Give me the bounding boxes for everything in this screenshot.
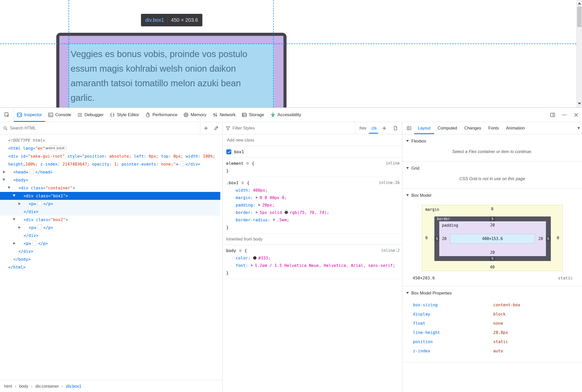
markup-row[interactable]: <p>…</p> [0, 200, 220, 208]
markup-row[interactable]: <html lang="en">eventscroll [0, 144, 220, 152]
selector-highlighter-icon[interactable] [246, 161, 249, 165]
grid-section-header[interactable]: Grid [402, 161, 582, 175]
scrollbar-thumb[interactable] [577, 7, 581, 27]
rule-selector[interactable]: element [226, 160, 243, 167]
rule-source-link[interactable]: inline:16 [379, 179, 402, 187]
rule-source-link[interactable]: inline:2 [381, 247, 402, 254]
breadcrumb-item[interactable]: div.box1 [65, 383, 82, 389]
box-model-property-row[interactable]: z-indexauto [402, 346, 582, 355]
devtools-tab-accessibility[interactable]: Accessibility [267, 108, 304, 122]
markup-row[interactable]: </body> [0, 255, 220, 263]
color-swatch[interactable] [284, 211, 288, 214]
border-top-value[interactable]: 5 [490, 216, 495, 221]
add-class-input[interactable] [227, 138, 398, 143]
sidebar-tab-layout[interactable]: Layout [414, 122, 434, 134]
margin-bottom-value[interactable]: 40 [422, 265, 563, 269]
margin-left-value[interactable]: 0 [425, 236, 428, 240]
expand-twisty-icon[interactable] [23, 224, 29, 232]
expand-value-icon[interactable] [273, 219, 275, 221]
devtools-tab-style-editor[interactable]: Style Editor [107, 108, 142, 122]
markup-row[interactable]: <div id="saka-gui-root" style="position:… [0, 152, 220, 168]
devtools-tab-inspector[interactable]: Inspector [14, 108, 45, 122]
css-declaration[interactable]: border-radius: .5em; [223, 216, 402, 224]
padding-left-value[interactable]: 20 [442, 236, 447, 241]
collapse-twisty-icon[interactable] [18, 192, 24, 200]
box-model-section-header[interactable]: Box Model [402, 189, 582, 202]
border-left-value[interactable]: 5 [434, 236, 440, 241]
css-declaration[interactable]: color: #333; [223, 254, 402, 262]
box-model-property-row[interactable]: positionstatic [402, 337, 582, 346]
devtools-tab-console[interactable]: Console [45, 108, 74, 122]
expand-twisty-icon[interactable] [18, 239, 24, 247]
devtools-tab-debugger[interactable]: Debugger [74, 108, 107, 122]
pane-toggle-button[interactable] [404, 123, 414, 133]
rule-selector[interactable]: body [226, 247, 236, 254]
markup-row[interactable]: <head>…</head> [0, 168, 220, 176]
pick-element-button[interactable] [0, 108, 14, 122]
devtools-menu-button[interactable] [558, 108, 570, 122]
expand-value-icon[interactable] [256, 211, 258, 214]
border-region[interactable]: border 5 5 5 5 padding 20 20 [434, 216, 551, 261]
collapse-twisty-icon[interactable] [8, 176, 13, 184]
padding-top-value[interactable]: 20 [439, 223, 546, 227]
class-panel-toggle[interactable]: .cls [369, 123, 378, 134]
box-model-property-row[interactable]: displayblock [402, 309, 582, 319]
sidebar-tab-changes[interactable]: Changes [461, 122, 485, 134]
markup-row[interactable]: <div class="box1"> [0, 192, 220, 200]
padding-region[interactable]: padding 20 20 20 20 400×153.6 [439, 221, 546, 256]
page-scrollbar[interactable] [576, 0, 582, 107]
border-bottom-value[interactable]: 5 [490, 256, 495, 261]
create-node-button[interactable] [201, 123, 211, 133]
markup-row[interactable]: <div class="box2"> [0, 216, 220, 224]
devtools-tab-performance[interactable]: Performance [142, 108, 180, 122]
markup-row[interactable]: </div> [0, 208, 220, 216]
split-console-button[interactable] [547, 108, 558, 122]
selector-highlighter-icon[interactable] [238, 249, 242, 253]
expand-twisty-icon[interactable] [8, 168, 13, 176]
devtools-tab-storage[interactable]: Storage [239, 108, 267, 122]
inline-ellipsis-button[interactable]: … [180, 161, 184, 166]
markup-row[interactable]: </div> [0, 247, 220, 255]
devtools-tab-network[interactable]: Network [210, 108, 239, 122]
search-html-input[interactable] [10, 126, 198, 130]
markup-row[interactable]: </div> [0, 232, 220, 239]
expand-value-icon[interactable] [256, 196, 258, 199]
collapse-twisty-icon[interactable] [13, 184, 18, 192]
rule-selector[interactable]: .box1 [226, 179, 238, 187]
markup-row[interactable]: <!DOCTYPE html> [0, 136, 220, 144]
markup-row[interactable]: <div class="container"> [0, 184, 220, 192]
css-declaration[interactable]: font: 1.2em / 1.5 Helvetica Neue, Helvet… [223, 262, 402, 269]
box-model-properties-header[interactable]: Box Model Properties [402, 286, 582, 300]
sidebar-tab-animations[interactable]: Animations [502, 122, 525, 134]
close-devtools-button[interactable] [570, 108, 582, 122]
margin-top-value[interactable]: 0 [422, 207, 563, 211]
node-badge[interactable]: scroll [60, 145, 67, 151]
markup-row[interactable]: <p>…</p> [0, 224, 220, 232]
markup-row[interactable]: <p>…</p> [0, 239, 220, 247]
scroll-down-arrow[interactable] [577, 101, 582, 106]
padding-right-value[interactable]: 20 [538, 236, 543, 241]
class-checkbox[interactable] [226, 149, 231, 154]
expand-value-icon[interactable] [251, 264, 253, 267]
selector-highlighter-icon[interactable] [241, 181, 245, 185]
expand-twisty-icon[interactable] [3, 144, 8, 152]
eyedropper-button[interactable] [211, 123, 221, 133]
markup-row[interactable]: </html> [0, 263, 220, 271]
content-region[interactable]: 400×153.6 [450, 234, 535, 244]
css-declaration[interactable]: margin: 0 0 40px 0; [223, 194, 402, 201]
inline-ellipsis-button[interactable]: … [38, 225, 42, 230]
expand-twisty-icon[interactable] [3, 152, 8, 160]
tab-overflow-dropdown[interactable] [576, 127, 580, 129]
inline-ellipsis-button[interactable]: … [38, 201, 42, 206]
scroll-up-arrow[interactable] [577, 1, 582, 6]
css-declaration[interactable]: width: 400px; [223, 187, 402, 194]
box-model-property-row[interactable]: line-height28.8px [402, 328, 582, 337]
margin-right-value[interactable]: 0 [557, 236, 559, 240]
print-media-simulation-button[interactable] [390, 123, 401, 133]
expand-twisty-icon[interactable] [23, 200, 29, 208]
box-model-diagram[interactable]: margin 0 40 0 0 border 5 5 5 [422, 205, 563, 271]
color-swatch[interactable] [253, 256, 257, 260]
inline-ellipsis-button[interactable]: … [30, 169, 34, 174]
markup-row[interactable]: <body> [0, 176, 220, 184]
sidebar-tab-fonts[interactable]: Fonts [485, 122, 502, 134]
